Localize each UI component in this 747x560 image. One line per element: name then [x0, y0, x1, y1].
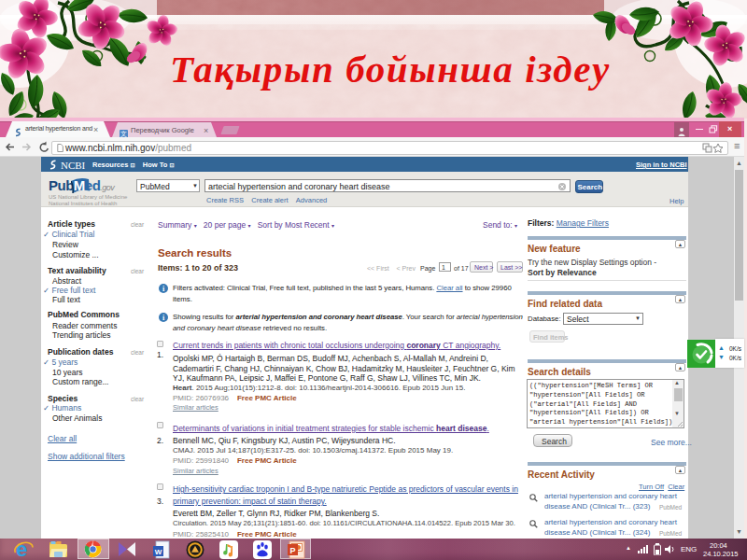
svg-text:文: 文 — [120, 130, 127, 137]
svg-text:P: P — [289, 546, 295, 555]
svg-text:W: W — [155, 548, 162, 556]
